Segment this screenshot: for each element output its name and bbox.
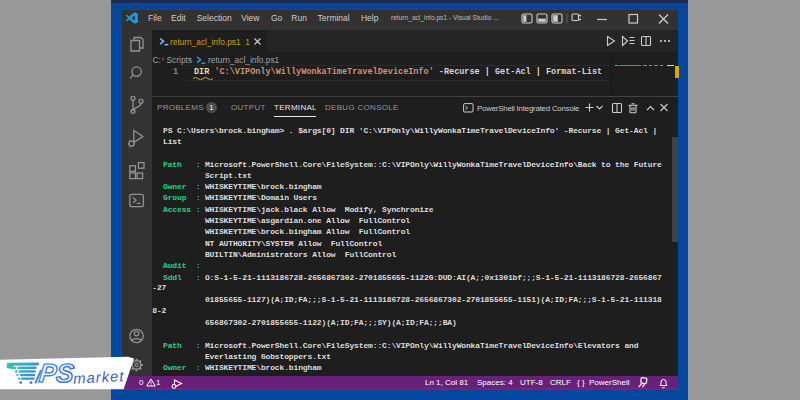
svg-text:PS: PS bbox=[38, 358, 76, 388]
svg-text:market: market bbox=[73, 368, 125, 387]
